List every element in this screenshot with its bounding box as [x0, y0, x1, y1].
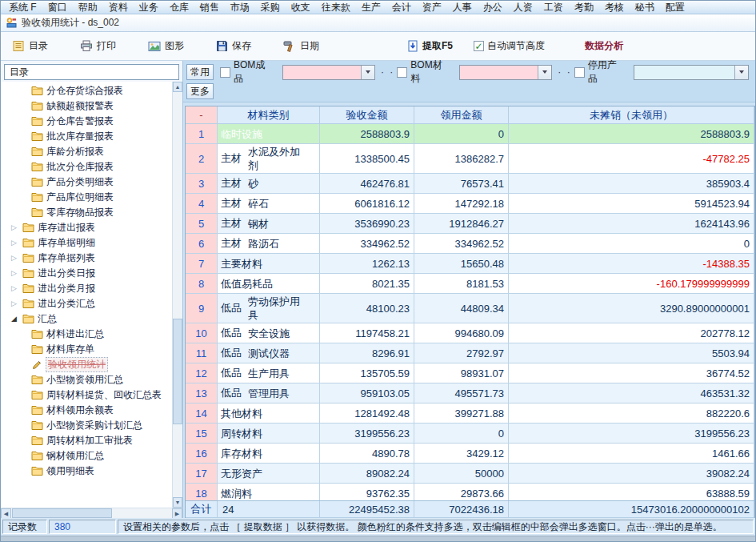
remaining-amount-cell[interactable]: 3290.89000000001 — [509, 294, 754, 323]
menu-item[interactable]: 人资 — [508, 1, 538, 14]
menu-item[interactable]: 往来款 — [316, 1, 356, 14]
received-amount-cell[interactable]: 959103.05 — [320, 383, 414, 403]
row-number-cell[interactable]: 4 — [186, 194, 218, 214]
collapsed-expander-icon[interactable]: ▷ — [9, 300, 19, 307]
category-cell[interactable]: 主材砂 — [218, 174, 320, 194]
menu-item[interactable]: 市场 — [225, 1, 255, 14]
received-amount-cell[interactable]: 1338500.45 — [320, 144, 414, 174]
row-number-cell[interactable]: 10 — [186, 323, 218, 343]
menu-item[interactable]: 会计 — [386, 1, 417, 14]
menu-item[interactable]: 采购 — [255, 1, 286, 14]
tree-item[interactable]: ▷进出分类汇总 — [1, 296, 172, 311]
remaining-amount-cell[interactable]: 63888.59 — [509, 484, 754, 500]
tree-item[interactable]: 库龄分析报表 — [1, 144, 172, 159]
table-row[interactable]: 16库存材料4890.783429.121461.66 — [186, 444, 754, 464]
remaining-amount-cell[interactable]: 5914523.94 — [509, 194, 754, 214]
category-cell[interactable]: 低品测试仪器 — [218, 343, 320, 363]
row-number-cell[interactable]: 1 — [186, 124, 218, 144]
table-row[interactable]: 4主材碎石6061816.12147292.185914523.94 — [186, 194, 754, 214]
category-cell[interactable]: 主材水泥及外加剂 — [218, 144, 320, 174]
row-number-cell[interactable]: 16 — [186, 444, 218, 464]
category-cell[interactable]: 燃润料 — [218, 484, 320, 500]
remaining-amount-cell[interactable]: -47782.25 — [509, 144, 754, 174]
menu-item[interactable]: 配置 — [660, 1, 690, 14]
remaining-amount-cell[interactable]: 36774.52 — [509, 363, 754, 383]
menu-item[interactable]: 帮助 — [73, 1, 103, 14]
row-number-cell[interactable]: 3 — [186, 174, 218, 194]
received-amount-cell[interactable]: 8296.91 — [320, 343, 414, 363]
received-amount-cell[interactable]: 1281492.48 — [320, 403, 414, 424]
remaining-amount-cell[interactable]: -160.179999999999 — [509, 274, 754, 294]
received-amount-cell[interactable]: 48100.23 — [320, 294, 414, 323]
combo-value[interactable] — [460, 66, 538, 79]
received-amount-cell[interactable]: 1197458.21 — [320, 323, 414, 343]
more-options-dots[interactable]: · · — [558, 66, 571, 78]
remaining-amount-cell[interactable]: 463531.32 — [509, 383, 754, 403]
table-row[interactable]: 1临时设施2588803.902588803.9 — [186, 124, 754, 144]
tree-item[interactable]: 批次库存量报表 — [1, 129, 172, 144]
save-button[interactable]: 保存 — [216, 39, 251, 53]
used-amount-cell[interactable]: 29873.66 — [414, 484, 509, 500]
filter-combo[interactable] — [634, 65, 749, 80]
tree-item[interactable]: 小型物资领用汇总 — [1, 372, 172, 387]
hscroll-thumb[interactable] — [12, 508, 112, 518]
row-number-cell[interactable]: 8 — [186, 274, 218, 294]
tree-item[interactable]: 小型物资采购计划汇总 — [1, 418, 172, 433]
tree-item[interactable]: 缺额超额报警表 — [1, 98, 172, 114]
menu-item[interactable]: 系统 F — [3, 1, 42, 14]
tree-item[interactable]: 零库存物品报表 — [1, 205, 172, 220]
received-amount-cell[interactable]: 1262.13 — [320, 254, 414, 274]
used-amount-cell[interactable]: 0 — [414, 424, 509, 444]
used-amount-cell[interactable]: 3429.12 — [414, 444, 509, 464]
chevron-down-icon[interactable] — [361, 66, 374, 79]
collapsed-expander-icon[interactable]: ▷ — [9, 270, 19, 277]
used-amount-cell[interactable]: 15650.48 — [414, 254, 509, 274]
row-number-cell[interactable]: 17 — [186, 464, 218, 484]
received-amount-cell[interactable]: 462476.81 — [320, 174, 414, 194]
remaining-amount-cell[interactable]: 882220.6 — [509, 403, 754, 424]
tree-item[interactable]: 分仓库告警报表 — [1, 114, 172, 129]
tree-item[interactable]: ▷进出分类日报 — [1, 266, 172, 281]
auto-height-checkbox[interactable]: 自动调节高度 — [474, 39, 545, 53]
menu-item[interactable]: 收支 — [286, 1, 316, 14]
combo-value[interactable] — [283, 66, 361, 79]
used-amount-cell[interactable]: 399271.88 — [414, 403, 509, 424]
tree-item[interactable]: ▷库存单据列表 — [1, 251, 172, 266]
used-amount-cell[interactable]: 1912846.27 — [414, 214, 509, 234]
menu-item[interactable]: 仓库 — [164, 1, 194, 14]
collapsed-expander-icon[interactable]: ▷ — [9, 239, 19, 247]
remaining-amount-cell[interactable]: 39082.24 — [509, 464, 754, 484]
tree-item[interactable]: 钢材领用汇总 — [1, 448, 172, 464]
remaining-amount-cell[interactable]: 2588803.9 — [509, 124, 754, 144]
received-amount-cell[interactable]: 334962.52 — [320, 234, 414, 254]
category-cell[interactable]: 低品安全设施 — [218, 323, 320, 343]
menu-item[interactable]: 考核 — [599, 1, 630, 14]
remaining-amount-cell[interactable]: 0 — [509, 234, 754, 254]
filter-combo[interactable] — [282, 65, 375, 80]
received-amount-cell[interactable]: 2588803.9 — [320, 124, 414, 144]
row-number-cell[interactable]: 7 — [186, 254, 218, 274]
received-amount-cell[interactable]: 3536990.23 — [320, 214, 414, 234]
remaining-amount-cell[interactable]: -14388.35 — [509, 254, 754, 274]
tree-item[interactable]: ▷进出分类月报 — [1, 281, 172, 296]
scroll-down-icon[interactable]: ▼ — [173, 497, 182, 508]
used-amount-cell[interactable]: 50000 — [414, 464, 509, 484]
tree-item[interactable]: 验收领用统计 — [1, 357, 172, 372]
tree-item[interactable]: 批次分仓库报表 — [1, 159, 172, 175]
data-analysis-button[interactable]: 数据分析 — [585, 39, 623, 53]
remaining-amount-cell[interactable]: 5503.94 — [509, 343, 754, 363]
checkbox-icon[interactable] — [397, 67, 407, 78]
remaining-amount-cell[interactable]: 202778.12 — [509, 323, 754, 343]
scroll-up-icon[interactable]: ▲ — [173, 82, 182, 92]
menu-item[interactable]: 生产 — [356, 1, 386, 14]
table-row[interactable]: 15周转材料3199556.2303199556.23 — [186, 424, 754, 444]
menu-item[interactable]: 窗口 — [42, 1, 73, 14]
menu-item[interactable]: 人事 — [447, 1, 478, 14]
category-cell[interactable]: 主材钢材 — [218, 214, 320, 234]
category-cell[interactable]: 无形资产 — [218, 464, 320, 484]
tree-item[interactable]: 分仓存货综合报表 — [1, 83, 172, 98]
remaining-amount-cell[interactable]: 3199556.23 — [509, 424, 754, 444]
used-amount-cell[interactable]: 98931.07 — [414, 363, 509, 383]
received-amount-cell[interactable]: 6061816.12 — [320, 194, 414, 214]
table-row[interactable]: 10低品安全设施1197458.21994680.09202778.12 — [186, 323, 754, 343]
